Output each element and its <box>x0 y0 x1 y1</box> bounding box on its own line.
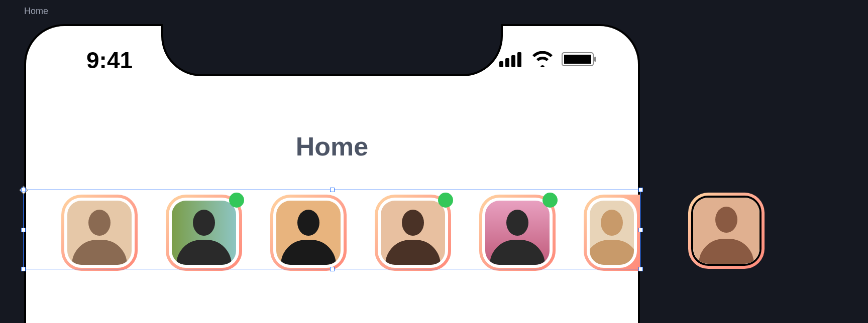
status-icons <box>499 51 598 69</box>
svg-rect-2 <box>511 55 515 67</box>
battery-full-icon <box>562 51 598 69</box>
avatar-row[interactable] <box>61 195 640 271</box>
svg-rect-6 <box>594 57 596 62</box>
svg-rect-5 <box>564 55 591 64</box>
avatar-4[interactable] <box>375 195 451 271</box>
avatar-6[interactable] <box>584 195 640 271</box>
online-status-dot <box>542 193 558 208</box>
online-status-dot <box>229 193 244 208</box>
avatar-5[interactable] <box>479 195 556 271</box>
status-time: 9:41 <box>86 47 133 74</box>
svg-rect-3 <box>517 52 521 67</box>
avatar-7[interactable] <box>688 193 765 269</box>
breadcrumb[interactable]: Home <box>24 6 48 17</box>
status-bar: 9:41 <box>26 45 638 75</box>
page-title: Home <box>26 131 638 162</box>
device-frame: 9:41 <box>24 24 640 323</box>
avatar-1[interactable] <box>61 195 138 271</box>
wifi-icon <box>531 51 554 69</box>
cellular-signal-icon <box>499 51 523 69</box>
svg-rect-1 <box>505 58 509 67</box>
online-status-dot <box>438 193 453 208</box>
svg-rect-0 <box>499 61 503 67</box>
avatar-2[interactable] <box>166 195 242 271</box>
avatar-3[interactable] <box>270 195 347 271</box>
